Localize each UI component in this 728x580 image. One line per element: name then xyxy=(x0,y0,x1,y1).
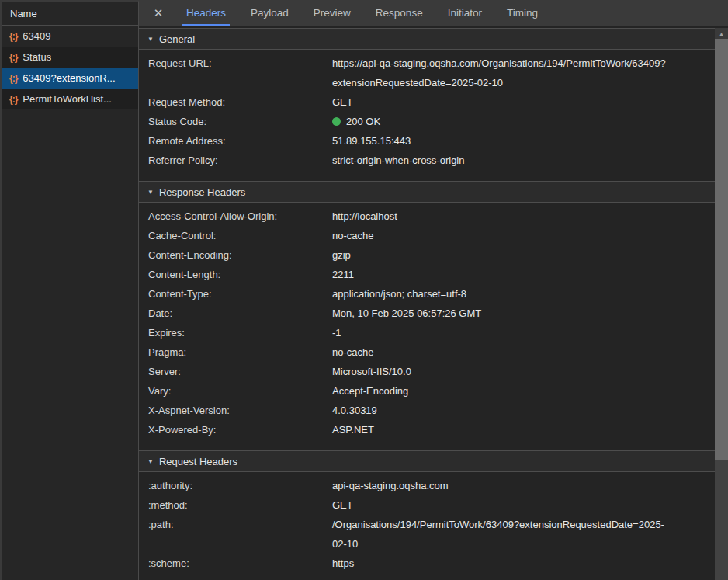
header-name: Referrer Policy: xyxy=(148,151,332,170)
header-name: Server: xyxy=(148,362,332,381)
header-name: :path: xyxy=(148,515,332,554)
header-value: https xyxy=(332,554,667,573)
request-row-63409-extension-selected[interactable]: {:} 63409?extensionR... xyxy=(2,68,138,89)
section-header-general[interactable]: ▼ General xyxy=(139,28,715,50)
header-row-scheme: :scheme: https xyxy=(139,554,715,573)
json-response-icon: {:} xyxy=(9,31,17,42)
request-row-permittoworkhist[interactable]: {:} PermitToWorkHist... xyxy=(2,89,138,109)
header-row-request-url: Request URL: https://api-qa-staging.oqsh… xyxy=(139,54,715,92)
header-row-authority: :authority: api-qa-staging.oqsha.com xyxy=(139,476,715,495)
header-name: Request URL: xyxy=(148,54,332,92)
status-success-icon xyxy=(332,117,341,126)
tab-initiator[interactable]: Initiator xyxy=(444,0,486,26)
header-name: Request Method: xyxy=(148,92,332,112)
header-value: ASP.NET xyxy=(332,420,667,439)
tab-payload[interactable]: Payload xyxy=(247,0,293,26)
header-value: 2211 xyxy=(332,265,667,284)
header-row-cache-control: Cache-Control: no-cache xyxy=(139,226,715,245)
header-name: X-Powered-By: xyxy=(148,420,332,439)
header-name: Pragma: xyxy=(148,342,332,362)
header-value: https://api-qa-staging.oqsha.com/Organis… xyxy=(332,54,667,92)
section-title: General xyxy=(159,33,195,45)
json-response-icon: {:} xyxy=(9,94,17,105)
header-row-x-powered-by: X-Powered-By: ASP.NET xyxy=(139,420,715,439)
header-value: application/json; charset=utf-8 xyxy=(332,284,667,304)
request-name: PermitToWorkHist... xyxy=(23,93,112,105)
header-value: Microsoft-IIS/10.0 xyxy=(332,362,667,381)
chevron-down-icon: ▼ xyxy=(147,189,154,196)
tab-response[interactable]: Response xyxy=(372,0,427,26)
section-header-response-headers[interactable]: ▼ Response Headers xyxy=(139,181,715,203)
section-title: Request Headers xyxy=(159,456,237,467)
header-row-referrer-policy: Referrer Policy: strict-origin-when-cros… xyxy=(139,151,715,170)
header-row-expires: Expires: -1 xyxy=(139,323,715,342)
chevron-down-icon: ▼ xyxy=(147,458,154,465)
tab-preview[interactable]: Preview xyxy=(310,0,355,26)
request-row-status[interactable]: {:} Status xyxy=(2,47,138,68)
header-name: Date: xyxy=(148,304,332,323)
close-icon[interactable]: ✕ xyxy=(143,0,174,26)
header-value: api-qa-staging.oqsha.com xyxy=(332,476,667,495)
header-value: /Organisations/194/PermitToWork/63409?​e… xyxy=(332,515,667,554)
header-row-method: :method: GET xyxy=(139,495,715,515)
vertical-scrollbar[interactable]: ▲ xyxy=(715,28,728,580)
header-row-date: Date: Mon, 10 Feb 2025 06:57:26 GMT xyxy=(139,304,715,323)
header-name: :scheme: xyxy=(148,554,332,573)
header-value: 4.0.30319 xyxy=(332,401,667,420)
detail-tabbar: ✕ Headers Payload Preview Response Initi… xyxy=(139,0,728,28)
header-row-x-aspnet-version: X-Aspnet-Version: 4.0.30319 xyxy=(139,401,715,420)
request-name: 63409?extensionR... xyxy=(23,72,115,84)
request-row-63409[interactable]: {:} 63409 xyxy=(2,26,138,47)
headers-tab-content: ▼ General Request URL: https://api-qa-st… xyxy=(139,28,728,580)
tab-timing[interactable]: Timing xyxy=(503,0,542,26)
general-rows: Request URL: https://api-qa-staging.oqsh… xyxy=(139,50,715,181)
header-value: no-cache xyxy=(332,342,667,362)
request-name: 63409 xyxy=(23,30,50,42)
header-row-request-method: Request Method: GET xyxy=(139,92,715,112)
request-detail-panel: ✕ Headers Payload Preview Response Initi… xyxy=(139,0,728,580)
json-response-icon: {:} xyxy=(9,73,17,84)
status-code-text: 200 OK xyxy=(346,116,380,127)
header-value: -1 xyxy=(332,323,667,342)
header-value: strict-origin-when-cross-origin xyxy=(332,151,667,170)
json-response-icon: {:} xyxy=(9,52,17,63)
header-row-server: Server: Microsoft-IIS/10.0 xyxy=(139,362,715,381)
header-name: :method: xyxy=(148,495,332,515)
header-row-path: :path: /Organisations/194/PermitToWork/6… xyxy=(139,515,715,554)
scroll-up-arrow-icon[interactable]: ▲ xyxy=(715,28,728,39)
header-value: 200 OK xyxy=(332,112,667,131)
scrollbar-thumb[interactable] xyxy=(715,39,728,460)
header-name: Remote Address: xyxy=(148,131,332,151)
header-row-pragma: Pragma: no-cache xyxy=(139,342,715,362)
header-name: Content-Encoding: xyxy=(148,245,332,265)
header-value: no-cache xyxy=(332,226,667,245)
header-name: Expires: xyxy=(148,323,332,342)
header-row-vary: Vary: Accept-Encoding xyxy=(139,381,715,401)
header-value: Accept-Encoding xyxy=(332,381,667,401)
devtools-network-panel: Name {:} 63409 {:} Status {:} 63409?exte… xyxy=(0,0,728,580)
header-name: Content-Type: xyxy=(148,284,332,304)
header-name: Status Code: xyxy=(148,112,332,131)
chevron-down-icon: ▼ xyxy=(147,36,154,43)
network-request-list: Name {:} 63409 {:} Status {:} 63409?exte… xyxy=(2,0,139,580)
header-row-remote-address: Remote Address: 51.89.155.15:443 xyxy=(139,131,715,151)
request-name: Status xyxy=(23,51,51,63)
section-header-request-headers[interactable]: ▼ Request Headers xyxy=(139,450,715,472)
header-value: 51.89.155.15:443 xyxy=(332,131,667,151)
header-row-content-type: Content-Type: application/json; charset=… xyxy=(139,284,715,304)
header-value: Mon, 10 Feb 2025 06:57:26 GMT xyxy=(332,304,667,323)
name-column-header[interactable]: Name xyxy=(2,2,138,26)
header-value: GET xyxy=(332,495,667,515)
header-value: gzip xyxy=(332,245,667,265)
header-name: Content-Length: xyxy=(148,265,332,284)
header-name: :authority: xyxy=(148,476,332,495)
header-row-content-encoding: Content-Encoding: gzip xyxy=(139,245,715,265)
tab-headers[interactable]: Headers xyxy=(182,0,230,26)
request-headers-rows: :authority: api-qa-staging.oqsha.com :me… xyxy=(139,472,715,580)
header-value: http://localhost xyxy=(332,207,667,226)
header-name: Cache-Control: xyxy=(148,226,332,245)
response-headers-rows: Access-Control-Allow-Origin: http://loca… xyxy=(139,203,715,450)
header-name: Access-Control-Allow-Origin: xyxy=(148,207,332,226)
header-name: Vary: xyxy=(148,381,332,401)
section-title: Response Headers xyxy=(159,186,245,198)
